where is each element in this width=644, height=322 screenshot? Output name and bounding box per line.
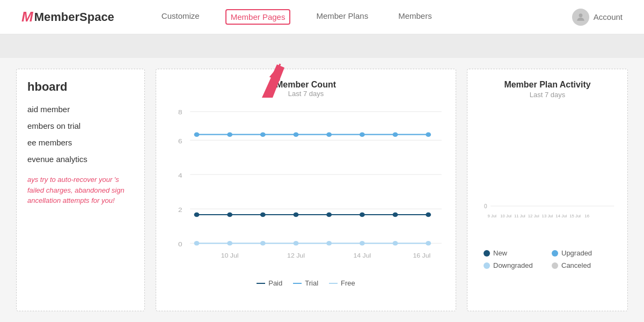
- left-panel: hboard aid member embers on trial ee mem…: [16, 69, 145, 311]
- svg-text:0: 0: [178, 240, 182, 247]
- svg-text:10 Jul: 10 Jul: [221, 253, 239, 259]
- menu-paid-member[interactable]: aid member: [27, 105, 134, 114]
- svg-point-27: [360, 132, 365, 137]
- svg-point-37: [426, 241, 431, 246]
- legend-paid-label: Paid: [268, 279, 282, 287]
- account-area[interactable]: Account: [572, 9, 623, 26]
- svg-text:9 Jul: 9 Jul: [488, 214, 497, 218]
- svg-point-20: [393, 213, 398, 217]
- svg-text:0: 0: [484, 204, 487, 210]
- header: M MemberSpace Customize Member Pages Mem…: [0, 0, 644, 34]
- member-plan-legend: New Upgraded Downgraded Canceled: [478, 249, 617, 269]
- svg-text:4: 4: [178, 172, 182, 179]
- member-plan-panel: Member Plan Activity Last 7 days 0 9 Jul…: [467, 69, 628, 311]
- svg-text:8: 8: [178, 109, 182, 116]
- svg-point-25: [294, 132, 299, 137]
- svg-text:12 Jul: 12 Jul: [528, 214, 539, 218]
- legend-trial: Trial: [293, 279, 318, 287]
- svg-point-29: [426, 132, 431, 137]
- svg-point-33: [294, 241, 299, 246]
- nav-members[interactable]: Members: [394, 9, 436, 25]
- member-count-subtitle: Last 7 days: [167, 90, 445, 98]
- svg-point-28: [393, 132, 398, 137]
- menu-trial-members[interactable]: embers on trial: [27, 121, 134, 130]
- menu-free-members[interactable]: ee members: [27, 138, 134, 147]
- svg-point-24: [260, 132, 266, 137]
- svg-point-16: [260, 213, 266, 217]
- legend-free: Free: [329, 279, 355, 287]
- auto-recover-text: ays try to auto-recover your 's failed c…: [27, 174, 134, 206]
- svg-point-22: [194, 132, 200, 137]
- logo-m-icon: M: [21, 9, 33, 25]
- svg-point-14: [194, 213, 200, 217]
- member-count-panel: Member Count Last 7 days 8 6 4 2 0: [156, 69, 456, 311]
- svg-text:16: 16: [584, 214, 589, 218]
- svg-point-18: [326, 213, 332, 217]
- account-avatar-icon: [572, 9, 589, 26]
- legend-upgraded-label: Upgraded: [561, 249, 592, 257]
- member-plan-title: Member Plan Activity: [478, 80, 617, 90]
- svg-point-30: [194, 241, 200, 246]
- svg-point-0: [579, 13, 582, 17]
- svg-point-36: [393, 241, 398, 246]
- legend-new: New: [484, 249, 543, 257]
- member-count-legend: Paid Trial Free: [167, 279, 445, 287]
- member-plan-chart-area: 0 9 Jul 10 Jul 11 Jul 12 Jul 13 Jul 14 J…: [478, 104, 617, 244]
- member-count-title: Member Count: [167, 80, 445, 90]
- svg-text:6: 6: [178, 137, 182, 144]
- svg-text:11 Jul: 11 Jul: [514, 214, 525, 218]
- member-count-chart-area: 8 6 4 2 0: [167, 103, 445, 275]
- svg-point-17: [294, 213, 299, 217]
- svg-point-31: [227, 241, 232, 246]
- logo: M MemberSpace: [21, 9, 114, 25]
- legend-free-label: Free: [341, 279, 355, 287]
- svg-point-15: [227, 213, 232, 217]
- svg-text:10 Jul: 10 Jul: [500, 214, 511, 218]
- svg-text:13 Jul: 13 Jul: [542, 214, 553, 218]
- main-nav: Customize Member Pages Member Plans Memb…: [157, 9, 572, 25]
- legend-new-label: New: [493, 249, 507, 257]
- legend-canceled: Canceled: [552, 261, 611, 269]
- svg-text:15 Jul: 15 Jul: [569, 214, 581, 218]
- legend-downgraded-label: Downgraded: [493, 261, 533, 269]
- main-content: hboard aid member embers on trial ee mem…: [0, 58, 644, 322]
- svg-text:14 Jul: 14 Jul: [555, 214, 567, 218]
- svg-text:14 Jul: 14 Jul: [353, 253, 371, 259]
- nav-member-plans[interactable]: Member Plans: [312, 9, 372, 25]
- nav-member-pages[interactable]: Member Pages: [225, 9, 291, 25]
- legend-trial-label: Trial: [305, 279, 318, 287]
- svg-text:2: 2: [178, 206, 182, 213]
- svg-text:16 Jul: 16 Jul: [413, 253, 430, 259]
- menu-revenue[interactable]: evenue analytics: [27, 155, 134, 164]
- account-label: Account: [594, 12, 623, 21]
- nav-customize[interactable]: Customize: [157, 9, 204, 25]
- svg-point-35: [360, 241, 365, 246]
- legend-downgraded: Downgraded: [484, 261, 543, 269]
- svg-point-21: [426, 213, 431, 217]
- logo-text: MemberSpace: [34, 10, 114, 24]
- panel-title: hboard: [27, 80, 134, 94]
- legend-canceled-label: Canceled: [561, 261, 591, 269]
- sub-header: [0, 34, 644, 58]
- svg-text:12 Jul: 12 Jul: [287, 253, 305, 259]
- svg-point-19: [360, 213, 365, 217]
- legend-paid: Paid: [257, 279, 282, 287]
- legend-upgraded: Upgraded: [552, 249, 611, 257]
- svg-point-26: [326, 132, 332, 137]
- member-plan-subtitle: Last 7 days: [478, 91, 617, 99]
- svg-point-34: [326, 241, 332, 246]
- svg-point-23: [227, 132, 232, 137]
- svg-point-32: [260, 241, 266, 246]
